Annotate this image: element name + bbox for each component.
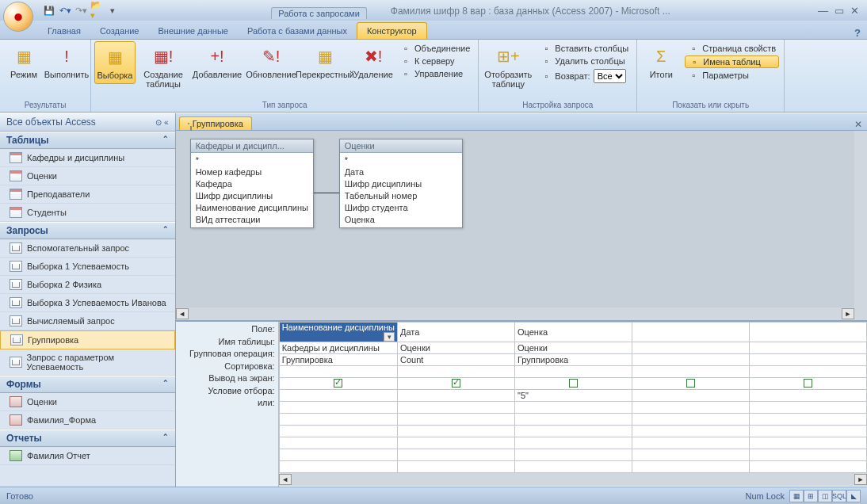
- nav-item-Выборка 1 Успеваемость[interactable]: Выборка 1 Успеваемость: [0, 258, 175, 276]
- ribbon-btn-Объединение[interactable]: ▫Объединение: [397, 43, 473, 54]
- ribbon-btn-Режим[interactable]: ▦Режим: [3, 41, 44, 82]
- ribbon-btn-Выборка[interactable]: ▦Выборка: [94, 41, 136, 84]
- help-icon[interactable]: ?: [854, 27, 861, 39]
- field-dropdown-icon[interactable]: ▾: [384, 332, 395, 342]
- nav-item-Запрос с параметром Успеваемость[interactable]: Запрос с параметром Успеваемость: [0, 349, 175, 376]
- field-*[interactable]: *: [345, 155, 457, 166]
- grid-cell-sort-1[interactable]: [398, 366, 515, 378]
- ribbon-btn-Страница свойств[interactable]: ▫Страница свойств: [685, 43, 779, 54]
- grid-cell-crit-3[interactable]: [632, 390, 750, 402]
- grid-cell-table-4[interactable]: [750, 342, 867, 354]
- show-checkbox[interactable]: [334, 379, 342, 388]
- ribbon-btn-Вставить столбцы[interactable]: ▫Вставить столбцы: [537, 43, 632, 54]
- grid-cell-crit-1[interactable]: [398, 390, 515, 402]
- field-Дата[interactable]: Дата: [345, 166, 457, 178]
- scroll-right-icon[interactable]: ►: [854, 474, 867, 485]
- field-Номер кафедры[interactable]: Номер кафедры: [196, 166, 308, 178]
- nav-category-Отчеты[interactable]: Отчеты⌃: [0, 430, 175, 447]
- grid-cell-show-1[interactable]: [398, 378, 515, 390]
- qat-dropdown-icon[interactable]: ▾: [106, 4, 119, 17]
- undo-icon[interactable]: ↶▾: [59, 4, 71, 17]
- ribbon-btn-К серверу[interactable]: ▫К серверу: [397, 55, 473, 67]
- field-Кафедра[interactable]: Кафедра: [196, 178, 308, 190]
- nav-item-Оценки[interactable]: Оценки: [0, 393, 175, 411]
- grid-cell-blank[interactable]: [398, 437, 515, 449]
- field-Оценка[interactable]: Оценка: [345, 214, 457, 226]
- show-checkbox[interactable]: [686, 379, 695, 388]
- view-chart-icon[interactable]: ◫: [818, 490, 832, 502]
- grid-cell-blank[interactable]: [632, 461, 750, 473]
- grid-cell-sort-3[interactable]: [632, 366, 750, 378]
- field-Табельный номер[interactable]: Табельный номер: [345, 190, 457, 202]
- tab-Главная[interactable]: Главная: [38, 23, 90, 39]
- close-button[interactable]: ✕: [850, 5, 859, 17]
- grid-cell-blank[interactable]: [398, 426, 515, 437]
- grid-cell-show-0[interactable]: [279, 378, 397, 390]
- grid-cell-blank[interactable]: [632, 437, 750, 449]
- maximize-button[interactable]: ▭: [835, 5, 844, 17]
- field-Шифр дисциплины[interactable]: Шифр дисциплины: [345, 178, 457, 190]
- ribbon-btn-Выполнить[interactable]: !Выполнить: [46, 41, 87, 82]
- grid-cell-op-3[interactable]: [632, 354, 750, 366]
- grid-cell-or-4[interactable]: [750, 402, 867, 414]
- grid-cell-blank[interactable]: [515, 449, 632, 461]
- save-icon[interactable]: 💾: [43, 4, 55, 17]
- grid-cell-blank[interactable]: [750, 437, 867, 449]
- office-button[interactable]: ⬤: [3, 2, 33, 32]
- ribbon-btn-Возврат:[interactable]: ▫Возврат:Все: [537, 68, 632, 84]
- grid-cell-blank[interactable]: [750, 426, 867, 437]
- ribbon-btn-Отобразить таблицу[interactable]: ⊞+Отобразить таблицу: [482, 41, 534, 92]
- view-sql-icon[interactable]: SQL: [832, 490, 846, 502]
- grid-cell-blank[interactable]: [515, 426, 632, 437]
- grid-cell-blank[interactable]: [398, 461, 515, 473]
- nav-item-Фамилия Отчет[interactable]: Фамилия Отчет: [0, 447, 175, 465]
- join-line[interactable]: [314, 193, 339, 193]
- nav-item-Преподаватели[interactable]: Преподаватели: [0, 185, 175, 204]
- grid-cell-show-2[interactable]: [515, 378, 632, 390]
- view-datasheet-icon[interactable]: ▦: [789, 490, 804, 502]
- grid-body[interactable]: Наименование дисциплины▾ДатаОценкаКафедр…: [279, 322, 867, 487]
- doc-tab-active[interactable]: Группировка: [179, 116, 252, 130]
- ribbon-btn-Перекрестный[interactable]: ▦Перекрестный: [299, 41, 351, 82]
- ribbon-btn-Имена таблиц[interactable]: ▫Имена таблиц: [685, 55, 779, 68]
- ribbon-btn-Удаление[interactable]: ✖!Удаление: [353, 41, 394, 82]
- grid-cell-table-0[interactable]: Кафедры и дисциплины: [279, 342, 397, 354]
- grid-cell-blank[interactable]: [515, 437, 632, 449]
- grid-hscroll[interactable]: ◄ ►: [279, 473, 867, 486]
- grid-cell-sort-0[interactable]: [279, 366, 397, 378]
- nav-item-Вычисляемый запрос[interactable]: Вычисляемый запрос: [0, 312, 175, 330]
- grid-cell-or-3[interactable]: [632, 402, 750, 414]
- canvas-hscroll[interactable]: ◄ ►: [176, 307, 854, 320]
- grid-cell-blank[interactable]: [632, 414, 750, 426]
- grid-cell-op-0[interactable]: Группировка: [279, 354, 397, 366]
- grid-cell-op-2[interactable]: Группировка: [515, 354, 632, 366]
- nav-category-Запросы[interactable]: Запросы⌃: [0, 222, 175, 239]
- tab-Создание[interactable]: Создание: [90, 23, 149, 39]
- grid-cell-blank[interactable]: [750, 414, 867, 426]
- scroll-left-icon[interactable]: ◄: [279, 474, 292, 485]
- ribbon-btn-Управление[interactable]: ▫Управление: [397, 68, 473, 79]
- grid-cell-show-3[interactable]: [632, 378, 750, 390]
- ribbon-btn-Параметры[interactable]: ▫Параметры: [685, 70, 779, 81]
- ribbon-btn-Обновление[interactable]: ✎!Обновление: [245, 41, 297, 82]
- grid-cell-blank[interactable]: [515, 461, 632, 473]
- return-select[interactable]: Все: [594, 69, 626, 83]
- grid-cell-table-3[interactable]: [632, 342, 750, 354]
- grid-cell-op-1[interactable]: Count: [398, 354, 515, 366]
- grid-cell-blank[interactable]: [750, 449, 867, 461]
- grid-cell-crit-2[interactable]: "5": [515, 390, 632, 402]
- grid-cell-crit-0[interactable]: [279, 390, 397, 402]
- grid-cell-sort-2[interactable]: [515, 366, 632, 378]
- grid-cell-blank[interactable]: [279, 414, 397, 426]
- show-checkbox[interactable]: [569, 379, 578, 388]
- field-Шифр студента[interactable]: Шифр студента: [345, 202, 457, 214]
- field-Шифр дисциплины[interactable]: Шифр дисциплины: [196, 190, 308, 202]
- nav-item-Студенты[interactable]: Студенты: [0, 204, 175, 222]
- view-pivot-icon[interactable]: ⊞: [804, 490, 818, 502]
- nav-item-Фамилия_Форма[interactable]: Фамилия_Форма: [0, 411, 175, 430]
- table-field-list-Оценки[interactable]: Оценки*ДатаШифр дисциплиныТабельный номе…: [339, 139, 463, 228]
- nav-category-Формы[interactable]: Формы⌃: [0, 376, 175, 393]
- nav-item-Выборка 3 Успеваемость Иванова[interactable]: Выборка 3 Успеваемость Иванова: [0, 294, 175, 312]
- grid-cell-sort-4[interactable]: [750, 366, 867, 378]
- show-checkbox[interactable]: [452, 379, 460, 388]
